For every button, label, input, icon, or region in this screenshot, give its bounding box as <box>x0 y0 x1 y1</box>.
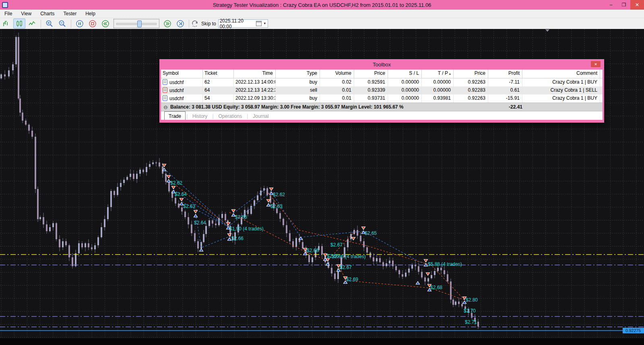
menu-item-view[interactable]: View <box>17 10 36 17</box>
column-header-time[interactable]: Time <box>234 70 276 78</box>
svg-text:0.92275: 0.92275 <box>625 328 641 333</box>
tab-journal[interactable]: Journal <box>249 113 272 120</box>
cell-tp: 0.00000 <box>422 78 454 86</box>
toolbox-title-bar[interactable]: Toolbox ✕ <box>159 59 604 70</box>
trade-markers <box>163 164 466 304</box>
cell-price: 0.92263 <box>454 78 488 86</box>
column-header-sl[interactable]: S / L <box>388 70 422 78</box>
cell-profit: -15.91 <box>488 94 522 103</box>
trade-profit-label: $2.68 <box>430 285 442 290</box>
fast-forward-icon <box>163 20 171 28</box>
cell-type: buy <box>276 94 320 103</box>
menu-item-charts[interactable]: Charts <box>36 10 59 17</box>
sell-arrow-icon <box>426 273 430 275</box>
trade-row-ticket-54[interactable]: usdchf542022.12.09 13:30:39buy0.010.9373… <box>161 94 603 103</box>
rewind-icon <box>101 20 109 28</box>
calendar-icon[interactable] <box>256 21 262 26</box>
sell-arrow-icon <box>232 209 235 212</box>
column-header-ticket[interactable]: Ticket <box>203 70 234 78</box>
cell-type: sell <box>276 86 320 94</box>
level-lines <box>0 255 644 331</box>
trade-profit-label: $2.66 <box>231 236 244 241</box>
candlestick-chart-button[interactable] <box>13 18 25 29</box>
menu-item-tester[interactable]: Tester <box>59 10 81 17</box>
cell-comment: Crazy Cobra 1 | SELL <box>522 86 600 94</box>
column-header-profit[interactable]: Profit <box>488 70 522 78</box>
stop-icon <box>89 20 97 28</box>
stop-button[interactable] <box>87 18 99 29</box>
zoom-in-button[interactable] <box>43 18 56 29</box>
toolbox-window: Toolbox ✕ SymbolTicketTimeTypeVolumePric… <box>159 59 604 123</box>
speed-slider[interactable] <box>114 19 159 28</box>
date-dropdown-caret[interactable]: ▼ <box>263 22 266 25</box>
line-chart-icon <box>28 20 36 28</box>
trade-profit-label: $2.63 <box>270 203 283 209</box>
cell-price: 0.92339 <box>354 86 388 94</box>
chart-bottom-strip <box>0 338 644 345</box>
tick-chart-icon <box>2 20 10 28</box>
trade-profit-label: $2.64 <box>194 220 206 226</box>
sell-connector-lines <box>169 180 464 300</box>
menu-item-file[interactable]: File <box>0 10 17 17</box>
cell-time: 2022.12.13 14:22:38 <box>234 86 276 94</box>
column-header-volume[interactable]: Volume <box>320 70 354 78</box>
trade-row-ticket-62[interactable]: usdchf622022.12.13 14:00:00buy0.020.9259… <box>161 78 603 86</box>
skip-to-end-button[interactable] <box>174 18 186 29</box>
title-bar[interactable]: Strategy Tester Visualization : Crazy Co… <box>0 0 644 10</box>
tab-history[interactable]: History <box>188 113 211 120</box>
menu-item-help[interactable]: Help <box>81 10 100 17</box>
zoom-in-icon <box>45 20 54 28</box>
line-chart-button[interactable] <box>26 18 38 29</box>
column-header-price[interactable]: Price <box>454 70 488 78</box>
buy-connector-lines <box>164 169 427 264</box>
column-header-price[interactable]: Price <box>354 70 388 78</box>
speed-slider-thumb[interactable] <box>137 21 142 27</box>
fast-forward-button[interactable] <box>161 18 173 29</box>
cell-price: 0.92263 <box>454 94 488 103</box>
toolbox-body: SymbolTicketTimeTypeVolumePriceS / LT / … <box>161 70 603 120</box>
trade-profit-label: $2.67 <box>340 265 352 270</box>
zoom-out-button[interactable] <box>56 18 68 29</box>
menu-bar: FileViewChartsTesterHelp <box>0 10 644 18</box>
sell-arrow-icon <box>163 164 166 167</box>
sort-ascending-icon: ▴ <box>448 72 451 76</box>
column-header-tp[interactable]: T / P ▴ <box>422 70 454 78</box>
tab-operations[interactable]: Operations <box>215 113 246 120</box>
tick-chart-button[interactable] <box>0 18 12 29</box>
cell-profit: 0.61 <box>488 86 522 94</box>
trade-profit-label: $1.90 (4 trades) <box>229 226 264 232</box>
chart-shift-marker <box>545 29 549 32</box>
toolbar-separator <box>189 20 189 28</box>
buy-arrow-icon <box>194 214 198 217</box>
account-summary-row: ⊖ Balance: 3 081.38 USD Equity: 3 058.97… <box>161 103 603 111</box>
cell-symbol: usdchf <box>161 86 203 94</box>
tab-separator: | <box>212 113 213 119</box>
pause-icon <box>76 20 84 28</box>
column-header-type[interactable]: Type <box>276 70 320 78</box>
tab-trade[interactable]: Trade <box>164 111 186 120</box>
column-header-symbol[interactable]: Symbol <box>161 70 203 78</box>
toolbox-close-button[interactable]: ✕ <box>591 61 601 67</box>
cell-ticket: 64 <box>203 86 234 94</box>
trade-profit-label: $2.80 <box>466 297 478 303</box>
minimize-button[interactable]: – <box>605 0 617 10</box>
skip-to-end-icon <box>176 20 184 28</box>
restore-button[interactable]: ❐ <box>617 0 630 10</box>
cell-comment: Crazy Cobra 1 | BUY <box>522 78 600 86</box>
cell-price: 0.93731 <box>354 94 388 103</box>
skip-to-date-input[interactable]: 2025.11.20 00:00▼ <box>218 19 268 28</box>
cell-symbol: usdchf <box>161 94 203 103</box>
trade-profit-label: $2.64 <box>175 191 187 197</box>
pause-button[interactable] <box>74 18 86 29</box>
toolbar-separator <box>71 20 71 28</box>
trade-profit-label: $2.67 <box>330 242 343 248</box>
cell-tp: 0.00000 <box>422 86 454 94</box>
toolbox-title: Toolbox <box>373 62 391 68</box>
trade-row-ticket-64[interactable]: usdchf642022.12.13 14:22:38sell0.010.923… <box>161 86 603 94</box>
cell-sl: 0.00000 <box>388 86 422 94</box>
column-header-comment[interactable]: Comment <box>522 70 600 78</box>
close-button[interactable]: ✕ <box>630 0 644 10</box>
buy-order-icon <box>163 95 167 101</box>
cell-symbol: usdchf <box>161 78 203 86</box>
rewind-button[interactable] <box>99 18 111 29</box>
